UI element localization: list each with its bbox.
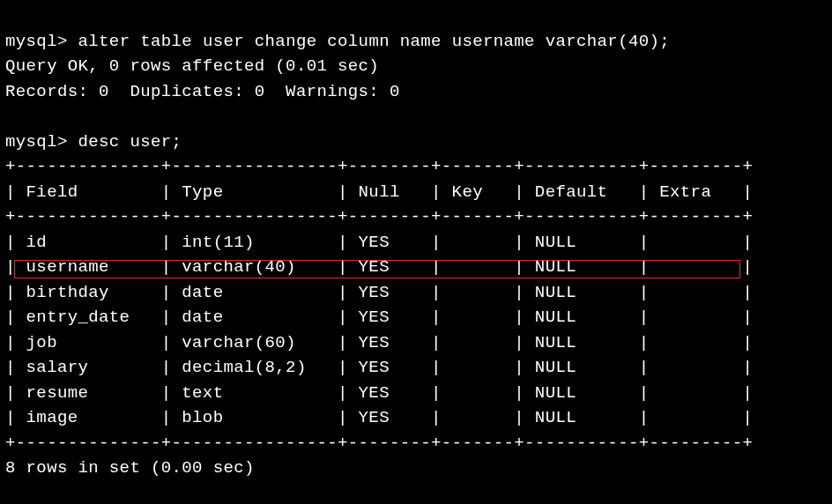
blank-line — [5, 107, 16, 126]
desc-command: desc user; — [78, 132, 182, 152]
desc-table: +--------------+----------------+-------… — [5, 157, 753, 453]
alter-result-line2: Records: 0 Duplicates: 0 Warnings: 0 — [5, 82, 400, 101]
alter-result-line1: Query OK, 0 rows affected (0.01 sec) — [5, 56, 379, 76]
prompt: mysql> desc user; — [5, 132, 182, 152]
terminal-output: mysql> alter table user change column na… — [0, 0, 832, 504]
prompt: mysql> alter table user change column na… — [5, 32, 670, 51]
table-footer: 8 rows in set (0.00 sec) — [5, 458, 255, 478]
alter-command: alter table user change column name user… — [78, 32, 671, 51]
